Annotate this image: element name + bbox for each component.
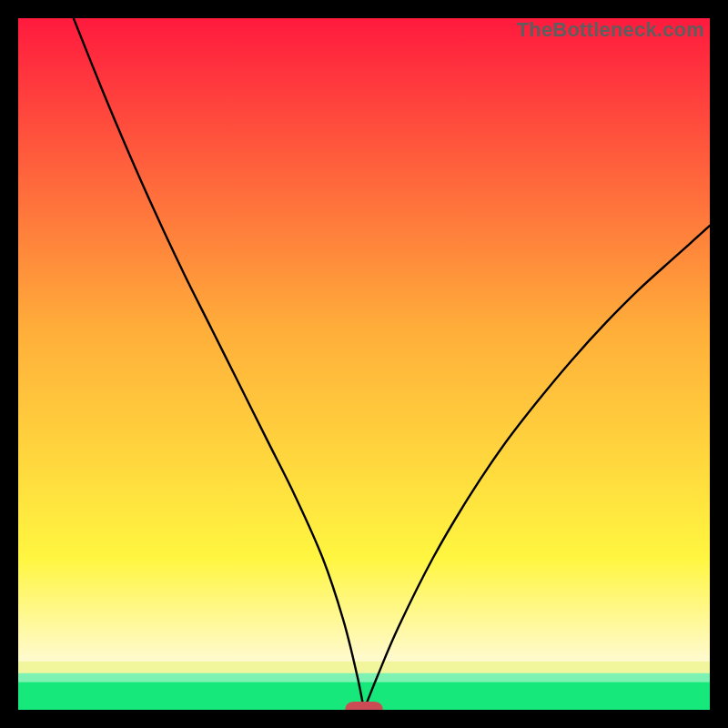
plot-area: TheBottleneck.com — [18, 18, 710, 710]
notch-marker — [345, 702, 383, 710]
chart-frame: TheBottleneck.com — [0, 0, 728, 728]
bottleneck-curve-chart — [18, 18, 710, 710]
watermark-text: TheBottleneck.com — [517, 18, 704, 42]
gradient-background — [18, 18, 710, 710]
